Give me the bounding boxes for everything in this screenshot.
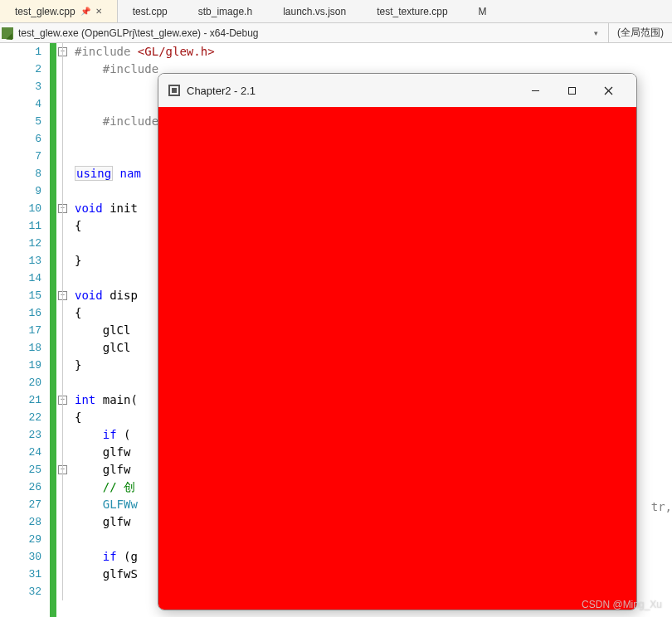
pin-icon[interactable]: 📌 bbox=[80, 7, 90, 16]
tab-label: stb_image.h bbox=[198, 6, 252, 17]
code-fragment: tr, bbox=[651, 500, 672, 513]
close-button[interactable] bbox=[590, 78, 626, 103]
watermark: CSDN @Ming_Xu bbox=[582, 599, 662, 610]
tab-overflow[interactable]: M bbox=[464, 0, 503, 22]
tab-label: test.cpp bbox=[133, 6, 168, 17]
line-number: 25 bbox=[0, 461, 41, 479]
line-number: 30 bbox=[0, 548, 41, 566]
tab-test[interactable]: test.cpp bbox=[118, 0, 183, 22]
fold-strip: −−−−− bbox=[56, 43, 71, 617]
svg-rect-1 bbox=[568, 87, 575, 94]
line-number: 22 bbox=[0, 409, 41, 426]
line-number: 20 bbox=[0, 374, 41, 391]
tab-label: M bbox=[479, 6, 487, 17]
line-number: 11 bbox=[0, 217, 41, 235]
line-number: 28 bbox=[0, 513, 41, 531]
titlebar[interactable]: Chapter2 - 2.1 bbox=[158, 74, 636, 107]
line-number: 23 bbox=[0, 426, 41, 444]
line-gutter: 1234567891011121314151617181920212223242… bbox=[0, 43, 50, 617]
line-number: 24 bbox=[0, 444, 41, 461]
line-number: 1 bbox=[0, 43, 41, 61]
tab-test-glew[interactable]: test_glew.cpp 📌 ✕ bbox=[0, 0, 118, 22]
tab-label: test_texture.cpp bbox=[377, 6, 447, 17]
toolbar: test_glew.exe (OpenGLPrj\test_glew.exe) … bbox=[0, 23, 672, 43]
tab-label: launch.vs.json bbox=[283, 6, 346, 17]
line-number: 12 bbox=[0, 235, 41, 252]
window-title: Chapter2 - 2.1 bbox=[187, 85, 517, 97]
code-line[interactable]: #include <GL/glew.h> bbox=[75, 43, 672, 61]
tab-test-texture[interactable]: test_texture.cpp bbox=[362, 0, 463, 22]
target-combo[interactable]: test_glew.exe (OpenGLPrj\test_glew.exe) … bbox=[18, 27, 603, 39]
line-number: 3 bbox=[0, 78, 41, 95]
app-icon bbox=[168, 85, 180, 96]
change-margin bbox=[50, 43, 56, 617]
exe-icon bbox=[2, 27, 13, 39]
target-label: test_glew.exe (OpenGLPrj\test_glew.exe) … bbox=[18, 27, 259, 39]
scope-label: (全局范围) bbox=[617, 26, 664, 40]
line-number: 15 bbox=[0, 287, 41, 304]
line-number: 18 bbox=[0, 339, 41, 357]
line-number: 4 bbox=[0, 95, 41, 113]
line-number: 6 bbox=[0, 130, 41, 148]
line-number: 16 bbox=[0, 304, 41, 322]
line-number: 10 bbox=[0, 200, 41, 217]
line-number: 21 bbox=[0, 391, 41, 409]
line-number: 27 bbox=[0, 496, 41, 513]
tab-bar: test_glew.cpp 📌 ✕ test.cpp stb_image.h l… bbox=[0, 0, 672, 23]
line-number: 8 bbox=[0, 165, 41, 182]
tab-stb-image[interactable]: stb_image.h bbox=[183, 0, 268, 22]
line-number: 31 bbox=[0, 566, 41, 583]
line-number: 32 bbox=[0, 583, 41, 600]
line-number: 14 bbox=[0, 270, 41, 287]
chevron-down-icon: ▾ bbox=[594, 29, 598, 37]
app-window: Chapter2 - 2.1 bbox=[158, 73, 637, 610]
line-number: 13 bbox=[0, 252, 41, 270]
maximize-button[interactable] bbox=[553, 78, 590, 103]
close-icon[interactable]: ✕ bbox=[95, 7, 102, 16]
line-number: 9 bbox=[0, 182, 41, 200]
line-number: 29 bbox=[0, 531, 41, 548]
line-number: 19 bbox=[0, 357, 41, 374]
tab-launch-json[interactable]: launch.vs.json bbox=[268, 0, 362, 22]
line-number: 26 bbox=[0, 479, 41, 496]
minimize-button[interactable] bbox=[517, 78, 553, 103]
line-number: 5 bbox=[0, 113, 41, 130]
tab-label: test_glew.cpp bbox=[15, 6, 75, 17]
line-number: 17 bbox=[0, 322, 41, 339]
line-number: 7 bbox=[0, 148, 41, 165]
gl-viewport bbox=[158, 107, 636, 610]
line-number: 2 bbox=[0, 61, 41, 78]
scope-combo[interactable]: (全局范围) bbox=[608, 23, 672, 42]
